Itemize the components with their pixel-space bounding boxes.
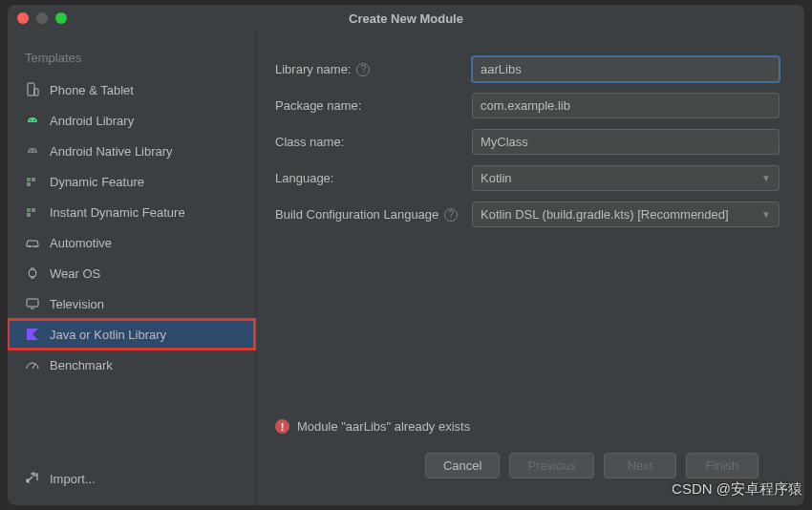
svg-rect-0 [28, 83, 34, 96]
dialog-footer: Cancel Previous Next Finish [275, 441, 780, 492]
svg-point-3 [33, 119, 35, 121]
svg-point-4 [30, 150, 32, 152]
native-icon [25, 143, 40, 159]
template-label: Phone & Tablet [50, 83, 134, 97]
package-name-input[interactable] [472, 93, 780, 118]
watch-icon [25, 266, 40, 281]
instant-icon [25, 204, 40, 220]
svg-rect-9 [27, 208, 31, 212]
cancel-button[interactable]: Cancel [425, 453, 500, 478]
template-item-car[interactable]: Automotive [8, 227, 255, 258]
templates-sidebar: Templates Phone & TabletAndroid LibraryA… [8, 32, 256, 505]
finish-button: Finish [686, 453, 759, 478]
svg-rect-6 [27, 178, 31, 181]
template-label: Benchmark [50, 358, 113, 372]
svg-point-13 [34, 245, 36, 247]
previous-button: Previous [509, 453, 594, 478]
template-item-android[interactable]: Android Library [8, 105, 255, 136]
svg-point-12 [29, 245, 31, 247]
android-icon [25, 113, 40, 128]
template-item-dynamic[interactable]: Dynamic Feature [8, 166, 255, 197]
chevron-down-icon: ▼ [761, 209, 771, 220]
class-name-label: Class name: [275, 135, 472, 149]
language-select[interactable]: Kotlin ▼ [472, 165, 780, 191]
car-icon [25, 235, 40, 250]
chevron-down-icon: ▼ [761, 173, 771, 183]
template-label: Automotive [50, 236, 112, 250]
form-panel: Library name: ? Package name: Class name… [256, 32, 804, 505]
template-item-kotlin[interactable]: Java or Kotlin Library [8, 319, 255, 350]
class-name-input[interactable] [472, 129, 780, 155]
sidebar-header: Templates [8, 51, 255, 74]
package-name-label: Package name: [275, 98, 472, 113]
language-label: Language: [275, 171, 472, 185]
template-item-phone[interactable]: Phone & Tablet [8, 74, 255, 105]
titlebar: Create New Module [8, 5, 804, 32]
import-icon [25, 470, 40, 488]
template-item-tv[interactable]: Television [8, 288, 255, 319]
build-config-select[interactable]: Kotlin DSL (build.gradle.kts) [Recommend… [472, 202, 780, 227]
svg-point-2 [30, 119, 32, 121]
gauge-icon [25, 357, 40, 372]
next-button: Next [604, 453, 676, 478]
tv-icon [25, 296, 40, 311]
help-icon[interactable]: ? [444, 208, 458, 222]
template-label: Android Native Library [50, 144, 173, 159]
svg-point-5 [33, 150, 35, 152]
svg-rect-8 [27, 182, 31, 186]
template-label: Java or Kotlin Library [50, 328, 166, 342]
template-label: Android Library [50, 114, 134, 128]
create-module-dialog: Create New Module Templates Phone & Tabl… [8, 5, 804, 505]
dynamic-icon [25, 174, 40, 189]
template-item-gauge[interactable]: Benchmark [8, 350, 255, 380]
phone-icon [25, 82, 40, 97]
import-label: Import... [50, 472, 96, 486]
svg-point-14 [29, 269, 36, 277]
template-item-watch[interactable]: Wear OS [8, 258, 255, 288]
error-message: ! Module "aarLibs" already exists [275, 412, 780, 441]
template-item-native[interactable]: Android Native Library [8, 136, 255, 166]
svg-rect-11 [27, 213, 31, 217]
library-name-input[interactable] [472, 56, 780, 82]
svg-rect-10 [32, 208, 35, 212]
template-label: Wear OS [50, 266, 100, 281]
template-label: Television [50, 297, 104, 311]
template-label: Instant Dynamic Feature [50, 205, 185, 220]
kotlin-icon [25, 327, 40, 342]
build-config-label: Build Configuration Language ? [275, 207, 472, 222]
help-icon[interactable]: ? [356, 63, 370, 76]
svg-rect-7 [32, 178, 35, 181]
template-item-instant[interactable]: Instant Dynamic Feature [8, 197, 255, 227]
template-label: Dynamic Feature [50, 175, 144, 189]
import-button[interactable]: Import... [8, 462, 255, 496]
library-name-label: Library name: ? [275, 62, 472, 76]
svg-rect-1 [34, 89, 38, 96]
dialog-title: Create New Module [8, 11, 804, 26]
error-icon: ! [275, 419, 289, 434]
svg-rect-15 [27, 299, 38, 307]
